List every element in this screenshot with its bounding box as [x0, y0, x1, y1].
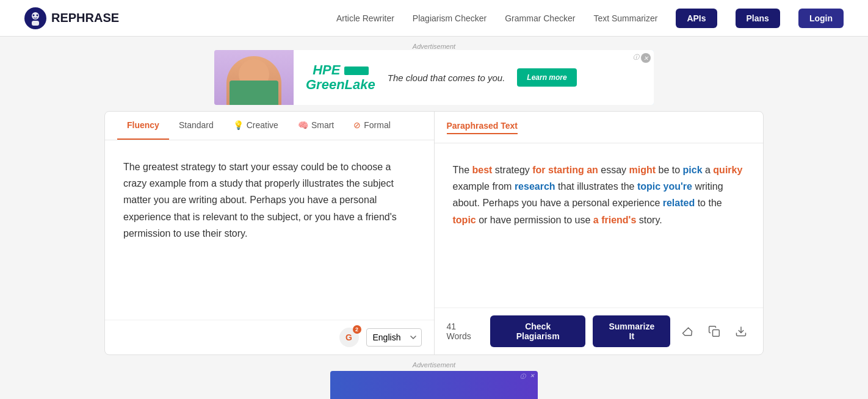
- nav-text-summarizer[interactable]: Text Summarizer: [593, 13, 657, 23]
- paraphrased-text-area: The best strategy for starting an essay …: [435, 143, 764, 307]
- main-content: Fluency Standard 💡 Creative 🧠 Smart ⊘ Fo…: [92, 111, 776, 399]
- para-seg-topic: topic: [453, 215, 476, 225]
- nav-grammar-checker[interactable]: Grammar Checker: [505, 13, 575, 23]
- download-icon: [735, 325, 747, 337]
- top-ad-container: Advertisement HPE GreenLake The cloud th…: [0, 37, 868, 111]
- paraphrased-text-title: Paraphrased Text: [447, 121, 518, 134]
- right-panel-header: Paraphrased Text: [435, 112, 764, 143]
- para-seg-9: a: [703, 165, 714, 175]
- tab-smart[interactable]: 🧠 Smart: [288, 112, 344, 140]
- bottom-ad-container: Advertisement ⓘ ✕: [104, 355, 764, 399]
- tab-creative[interactable]: 💡 Creative: [223, 112, 288, 140]
- para-seg-5: essay: [598, 165, 629, 175]
- para-seg-quirky: quirky: [713, 165, 742, 175]
- para-seg-7: be to: [656, 165, 682, 175]
- ad-person-image: [214, 50, 294, 105]
- tab-creative-label: Creative: [247, 120, 278, 130]
- hpe-learn-more-button[interactable]: Learn more: [517, 68, 576, 87]
- tab-fluency-label: Fluency: [127, 120, 159, 130]
- bottom-ad-close-button[interactable]: ✕: [530, 373, 535, 379]
- logo-text: REPHRASE: [51, 11, 119, 25]
- tab-standard[interactable]: Standard: [169, 112, 223, 140]
- para-seg-13: that illustrates the: [555, 181, 637, 192]
- right-bottom-bar: 41 Words Check Plagiarism Summarize It: [435, 307, 764, 354]
- tab-formal[interactable]: ⊘ Formal: [344, 112, 400, 140]
- hpe-logo: HPE GreenLake: [306, 63, 375, 92]
- check-plagiarism-button[interactable]: Check Plagiarism: [490, 315, 585, 347]
- logo[interactable]: REPHRASE: [24, 7, 119, 29]
- bottom-ad-banner: ⓘ ✕: [330, 371, 538, 399]
- header: REPHRASE Article Rewriter Plagiarism Che…: [0, 0, 868, 37]
- para-seg-21: story.: [636, 215, 662, 225]
- para-seg-pick: pick: [683, 165, 703, 175]
- nav-article-rewriter[interactable]: Article Rewriter: [336, 13, 394, 23]
- logo-icon: [24, 7, 46, 29]
- left-bottom-bar: G 2 English Spanish French German Italia…: [105, 320, 434, 354]
- para-seg-19: or have permission to use: [476, 215, 593, 225]
- word-count: 41 Words: [447, 322, 483, 341]
- download-button[interactable]: [731, 322, 751, 341]
- bottom-ad-info-icon: ⓘ: [520, 373, 526, 381]
- para-seg-for-starting: for starting an: [532, 165, 598, 175]
- grammarly-badge: 2: [353, 325, 361, 334]
- login-button[interactable]: Login: [798, 9, 844, 28]
- para-seg-research: research: [515, 181, 555, 192]
- para-seg-topic-youre: topic you're: [637, 181, 692, 192]
- para-seg-17: to the: [695, 198, 722, 208]
- tab-smart-label: Smart: [311, 120, 334, 130]
- language-select[interactable]: English Spanish French German Italian: [366, 328, 422, 347]
- erase-button[interactable]: [678, 322, 697, 341]
- formal-icon: ⊘: [353, 120, 361, 130]
- hpe-tagline: The cloud that comes to you.: [388, 73, 505, 83]
- copy-icon: [708, 325, 720, 337]
- plans-button[interactable]: Plans: [736, 9, 780, 28]
- top-ad-label: Advertisement: [413, 43, 455, 50]
- left-panel: Fluency Standard 💡 Creative 🧠 Smart ⊘ Fo…: [105, 112, 435, 354]
- ad-close-button[interactable]: ✕: [641, 53, 651, 63]
- input-text-area[interactable]: The greatest strategy to start your essa…: [105, 140, 434, 320]
- top-ad-banner: HPE GreenLake The cloud that comes to yo…: [214, 50, 654, 105]
- eraser-icon: [681, 325, 693, 337]
- brain-icon: 🧠: [298, 120, 308, 130]
- tabs-bar: Fluency Standard 💡 Creative 🧠 Smart ⊘ Fo…: [105, 112, 434, 140]
- para-seg-1: The: [453, 165, 472, 175]
- main-nav: Article Rewriter Plagiarism Checker Gram…: [336, 9, 844, 28]
- input-text: The greatest strategy to start your essa…: [123, 162, 397, 239]
- tab-standard-label: Standard: [179, 120, 214, 130]
- para-seg-friends: a friend's: [593, 215, 637, 225]
- svg-rect-5: [713, 330, 720, 337]
- nav-plagiarism-checker[interactable]: Plagiarism Checker: [413, 13, 486, 23]
- para-seg-might: might: [629, 165, 656, 175]
- ad-info-icon: ⓘ: [633, 53, 639, 62]
- summarize-button[interactable]: Summarize It: [593, 315, 670, 347]
- ad-content: HPE GreenLake The cloud that comes to yo…: [294, 50, 654, 105]
- tab-formal-label: Formal: [364, 120, 391, 130]
- para-seg-11: example from: [453, 181, 515, 192]
- para-seg-best: best: [472, 165, 493, 175]
- para-seg-related: related: [663, 198, 695, 208]
- ad-banner-inner: HPE GreenLake The cloud that comes to yo…: [214, 50, 654, 105]
- lightbulb-icon: 💡: [233, 120, 244, 130]
- grammarly-icon[interactable]: G 2: [339, 328, 359, 347]
- editor-container: Fluency Standard 💡 Creative 🧠 Smart ⊘ Fo…: [104, 111, 764, 355]
- para-seg-3: strategy: [492, 165, 532, 175]
- svg-point-4: [37, 14, 38, 16]
- tab-fluency[interactable]: Fluency: [117, 112, 169, 140]
- svg-rect-2: [32, 21, 39, 26]
- copy-button[interactable]: [704, 322, 724, 341]
- bottom-ad-label: Advertisement: [413, 361, 455, 368]
- svg-point-3: [33, 14, 35, 16]
- apis-button[interactable]: APIs: [676, 9, 717, 28]
- right-panel: Paraphrased Text The best strategy for s…: [435, 112, 764, 354]
